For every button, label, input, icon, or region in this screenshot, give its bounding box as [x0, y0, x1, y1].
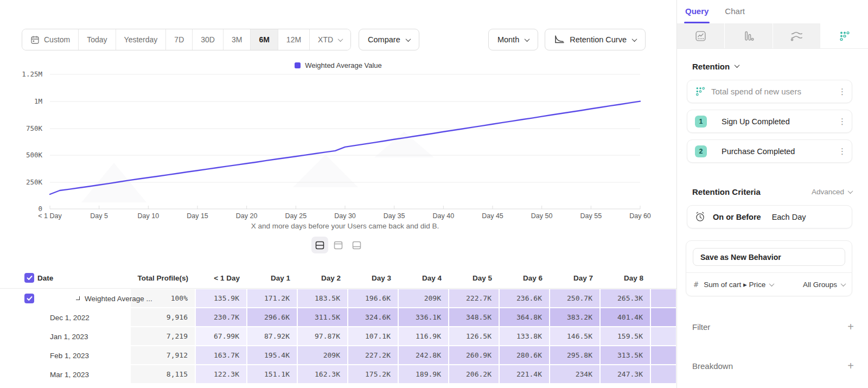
report-tab-funnel-bars-icon[interactable] [725, 23, 773, 48]
calendar-icon [30, 35, 40, 44]
retention-value-cell: 67.99K [195, 327, 247, 346]
report-section-header[interactable]: Retention [692, 62, 868, 71]
range-label: 30D [201, 35, 215, 44]
range-today[interactable]: Today [79, 29, 116, 50]
range-label: XTD [318, 35, 333, 44]
kebab-menu-icon[interactable]: ⋮ [838, 117, 846, 126]
number-property-icon: # [694, 280, 698, 289]
add-breakdown-button[interactable]: + [847, 360, 854, 371]
granularity-dropdown[interactable]: Month [488, 29, 538, 50]
kebab-menu-icon[interactable]: ⋮ [838, 87, 846, 97]
retention-analytics-app: CustomTodayYesterday7D30D3M6M12MXTD Comp… [0, 0, 868, 388]
column-header: Day 2 [297, 274, 348, 282]
retention-value-cell: 265.3K [600, 289, 650, 308]
chart-view-button[interactable] [330, 237, 347, 253]
range-label: Yesterday [124, 35, 158, 44]
retention-icon [839, 30, 850, 42]
x-axis-tick: Day 5 [75, 212, 124, 220]
column-header: Total Profile(s) [130, 274, 195, 282]
measure-property-dropdown[interactable]: Sum of cart ▸ Price [704, 280, 774, 289]
range-7d[interactable]: 7D [166, 29, 193, 50]
x-axis-tick: Day 45 [468, 212, 517, 220]
measure-row: # Sum of cart ▸ Price All Groups [686, 272, 852, 296]
report-tab-flows-icon[interactable] [773, 23, 821, 48]
kebab-menu-icon[interactable]: ⋮ [838, 147, 846, 156]
report-tab-insights-icon[interactable] [677, 23, 725, 48]
tab-query[interactable]: Query [685, 7, 709, 23]
behavior-title: Total spend of new users [711, 87, 801, 96]
range-label: 6M [259, 35, 269, 44]
chevron-down-icon [405, 36, 411, 42]
retention-value-cell: 209K [398, 289, 449, 308]
behavior-steps: 1Sign Up Completed⋮2Purchase Completed⋮ [677, 110, 868, 163]
y-axis-tick: 250K [14, 178, 42, 186]
column-header: Day 6 [499, 274, 550, 282]
table-header-row: DateTotal Profile(s)< 1 DayDay 1Day 2Day… [0, 268, 676, 289]
retention-value-cell: 401.4K [600, 308, 650, 327]
split-view-button[interactable] [311, 237, 328, 253]
date-range-toolbar: CustomTodayYesterday7D30D3M6M12MXTD Comp… [22, 29, 646, 50]
compare-label: Compare [368, 35, 400, 44]
behavior-step-card[interactable]: 1Sign Up Completed⋮ [687, 110, 852, 133]
granularity-label: Month [497, 35, 519, 44]
table-row: Jan 1, 20237,21967.99K87.92K97.87K107.1K… [0, 327, 676, 346]
criteria-timing-label: On or Before [713, 213, 761, 221]
chart-type-dropdown[interactable]: Retention Curve [545, 29, 646, 50]
row-label: Jan 1, 2023 [50, 332, 88, 340]
criteria-mode-label: Advanced [812, 188, 844, 196]
x-axis-tick: Day 15 [173, 212, 222, 220]
retention-value-cell: 230.7K [195, 308, 247, 327]
row-expander-icon[interactable] [76, 296, 80, 300]
total-profiles-cell: 9,916 [130, 308, 195, 327]
range-3m[interactable]: 3M [224, 29, 251, 50]
select-all-checkbox[interactable] [24, 273, 34, 283]
retention-value-cell: 280.6K [499, 346, 550, 365]
range-12m[interactable]: 12M [278, 29, 310, 50]
row-label: Mar 1, 2023 [50, 370, 89, 378]
retention-value-cell: 250.7K [550, 289, 600, 308]
retention-value-cell: 183.5K [297, 289, 348, 308]
retention-dots-icon [695, 86, 705, 97]
retention-value-cell: 133.8K [499, 327, 550, 346]
retention-value-cell: 175.2K [348, 365, 398, 384]
x-axis-tick: Day 60 [616, 212, 665, 220]
retention-value-cell-partial [650, 346, 676, 365]
chevron-down-icon [632, 36, 637, 42]
row-label: Feb 1, 2023 [50, 351, 89, 359]
range-custom[interactable]: Custom [22, 29, 79, 50]
retention-value-cell: 295.8K [550, 346, 600, 365]
range-30d[interactable]: 30D [193, 29, 224, 50]
measure-group-dropdown[interactable]: All Groups [803, 281, 845, 289]
column-header: Day 3 [348, 274, 398, 282]
table-view-button[interactable] [348, 237, 365, 253]
save-as-new-behavior-button[interactable]: Save as New Behavior [693, 248, 845, 266]
row-checkbox[interactable] [24, 294, 34, 303]
x-axis-tick: Day 55 [566, 212, 615, 220]
chevron-down-icon [525, 36, 530, 42]
query-sidebar: Query Chart Retention Total spend of new… [676, 0, 868, 388]
criteria-mode-dropdown[interactable]: Advanced [812, 188, 852, 196]
compare-button[interactable]: Compare [359, 29, 419, 50]
breakdown-row: Breakdown + [692, 360, 854, 371]
filter-row: Filter + [692, 321, 854, 332]
range-6m[interactable]: 6M [251, 29, 278, 50]
add-filter-button[interactable]: + [847, 321, 854, 332]
retention-value-cell: 236.6K [499, 289, 550, 308]
report-tab-retention-icon[interactable] [821, 23, 868, 48]
date-range-segmented-control: CustomTodayYesterday7D30D3M6M12MXTD [22, 29, 351, 50]
y-axis-tick: 1M [14, 97, 42, 105]
criteria-timing-card[interactable]: On or Before Each Day [687, 205, 852, 228]
breakdown-label: Breakdown [692, 361, 733, 371]
range-yesterday[interactable]: Yesterday [116, 29, 167, 50]
behavior-card[interactable]: Total spend of new users ⋮ [687, 80, 852, 103]
range-xtd[interactable]: XTD [310, 29, 350, 50]
retention-value-cell: 311.5K [297, 308, 348, 327]
line-chart-canvas [0, 68, 676, 231]
retention-value-cell: 209K [297, 346, 348, 365]
step-number-badge: 1 [695, 116, 707, 128]
total-profiles-cell: 8,115 [130, 365, 195, 384]
behavior-step-card[interactable]: 2Purchase Completed⋮ [687, 139, 852, 163]
retention-value-cell: 242.8K [398, 346, 449, 365]
range-label: Today [87, 35, 107, 44]
tab-chart[interactable]: Chart [725, 7, 745, 23]
